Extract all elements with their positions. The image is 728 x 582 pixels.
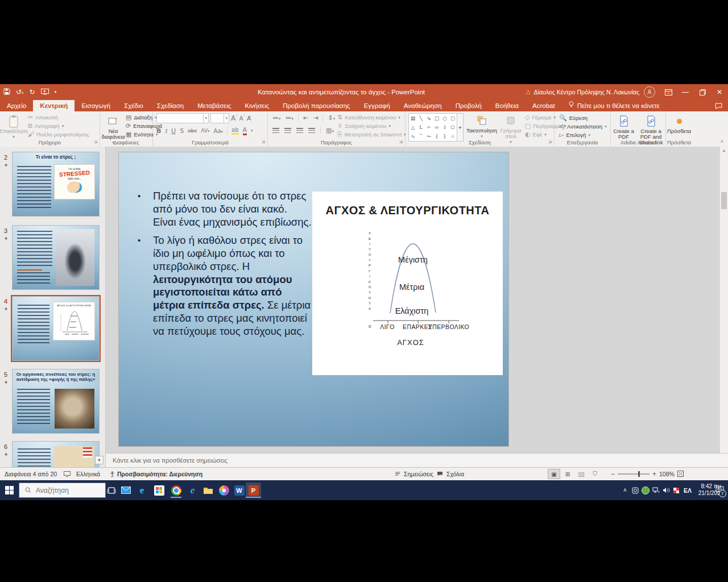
line-spacing-icon[interactable]: ⇕▾ — [328, 114, 335, 122]
tell-me-box[interactable]: Πείτε μου τι θέλετε να κάνετε — [562, 100, 667, 111]
thumbnail-slide-4[interactable]: ΑΓΧΟΣ & ΛΕΙΤΟΥΡΓΙΚΟΤΗΤΑ — [13, 297, 99, 360]
tab-help[interactable]: Βοήθεια — [489, 100, 526, 111]
grow-font-icon[interactable]: A˄ — [231, 114, 238, 122]
slide-canvas[interactable]: • Πρέπει να τονίσουμε ότι το στρες από μ… — [119, 152, 508, 446]
taskbar-search[interactable] — [19, 483, 106, 498]
bold-button[interactable]: B — [156, 127, 161, 135]
shrink-font-icon[interactable]: A˅ — [239, 115, 245, 122]
search-input[interactable] — [35, 486, 100, 495]
decrease-indent-icon[interactable]: ⇤ — [303, 114, 308, 122]
panel-scroll-down-button[interactable]: ▼ — [95, 456, 104, 464]
reading-view-button[interactable]: ▯▯ — [575, 469, 588, 479]
shadow-button[interactable]: S — [180, 127, 184, 135]
find-button[interactable]: 🔍Εύρεση — [559, 114, 607, 122]
normal-view-button[interactable]: ▣ — [548, 469, 560, 479]
font-color-caret[interactable]: ▾ — [251, 128, 253, 133]
tray-security-icon[interactable] — [671, 483, 681, 498]
tab-draw[interactable]: Σχέδιο — [117, 100, 150, 111]
paragraph-dialog-launcher[interactable]: ⇲ — [398, 139, 404, 145]
word-icon[interactable]: W — [231, 483, 247, 498]
paint3d-icon[interactable] — [216, 483, 231, 498]
internet-explorer-icon[interactable]: e — [185, 483, 200, 498]
thumbnail-slide-3[interactable] — [13, 226, 99, 289]
file-explorer-icon[interactable] — [200, 483, 216, 498]
tab-home[interactable]: Κεντρική — [33, 100, 75, 111]
cut-button[interactable]: ✂Αποκοπή — [28, 113, 89, 122]
thumbnail-slide-6[interactable] — [13, 442, 99, 467]
anxiety-performance-chart[interactable]: ΑΓΧΟΣ & ΛΕΙΤΟΥΡΓΙΚΟΤΗΤΑ ΛΕΙΤΟΥΡΓΙΚΟΤΗΤΑ … — [312, 192, 503, 375]
task-view-icon[interactable] — [104, 483, 119, 498]
tray-app-icon[interactable] — [630, 483, 640, 498]
mail-icon[interactable] — [118, 483, 134, 498]
text-direction-button[interactable]: ⇅Κατεύθυνση κειμένου▾ — [337, 113, 406, 122]
fit-to-window-icon[interactable] — [677, 471, 684, 478]
tray-chevron-icon[interactable]: ˄ — [620, 483, 630, 498]
save-icon[interactable] — [3, 88, 10, 96]
font-dialog-launcher[interactable]: ⇲ — [260, 139, 266, 145]
redo-icon[interactable]: ↻ — [30, 88, 35, 96]
edge-icon[interactable]: e — [134, 483, 150, 498]
notes-toggle[interactable]: Σημειώσεις — [395, 468, 433, 480]
bullets-icon[interactable]: ≔▾ — [272, 114, 281, 122]
select-button[interactable]: ▻Επιλογή▾ — [559, 131, 607, 139]
tab-transitions[interactable]: Μεταβάσεις — [191, 100, 238, 111]
replace-button[interactable]: ab̲Αντικατάσταση▾ — [559, 122, 607, 131]
zoom-level[interactable]: 108% — [659, 471, 675, 477]
scrollbar-thumb[interactable] — [721, 192, 727, 209]
feedback-icon[interactable] — [709, 100, 728, 111]
language-indicator[interactable]: Ελληνικά — [76, 468, 100, 480]
arrange-button[interactable]: Τακτοποίηση▾ — [467, 113, 497, 139]
slide-text-box[interactable]: • Πρέπει να τονίσουμε ότι το στρες από μ… — [138, 190, 313, 343]
font-color-button[interactable]: A — [243, 126, 247, 135]
tray-eco-icon[interactable] — [640, 483, 651, 498]
tab-design[interactable]: Σχεδίαση — [150, 100, 191, 111]
customize-qat-icon[interactable]: ▾ — [55, 90, 57, 94]
close-button[interactable]: ✕ — [711, 84, 728, 100]
increase-indent-icon[interactable]: ⇥ — [313, 114, 318, 122]
smartart-button[interactable]: ⎘Μετατροπή σε SmartArt▾ — [337, 130, 406, 139]
copy-button[interactable]: ⧉Αντιγραφή▾ — [28, 122, 89, 130]
ribbon-display-options-icon[interactable] — [660, 84, 677, 100]
align-left-icon[interactable] — [272, 128, 279, 133]
start-button[interactable] — [2, 483, 17, 498]
tab-acrobat[interactable]: Acrobat — [526, 100, 562, 111]
tab-slideshow[interactable]: Προβολή παρουσίασης — [276, 100, 357, 111]
collapse-ribbon-icon[interactable]: ˄ — [721, 139, 723, 144]
store-icon[interactable] — [151, 483, 167, 498]
zoom-slider[interactable] — [618, 473, 650, 475]
paste-button[interactable]: Επικόλληση ▾ — [2, 113, 26, 140]
start-slideshow-icon[interactable] — [41, 89, 49, 96]
warning-icon[interactable]: ⚠ — [526, 89, 531, 96]
powerpoint-icon[interactable]: P — [246, 483, 261, 498]
thumbnail-slide-5[interactable]: Οι οργανικές συνέπειες του στρες: η αντί… — [13, 369, 99, 433]
comments-toggle[interactable]: Σχόλια — [437, 468, 464, 480]
language-tray-indicator[interactable]: ΕΛ — [681, 483, 694, 498]
display-settings-icon[interactable] — [64, 468, 71, 480]
minimize-button[interactable]: — — [677, 84, 694, 100]
tab-view[interactable]: Προβολή — [449, 100, 489, 111]
tab-insert[interactable]: Εισαγωγή — [75, 100, 117, 111]
font-name-combo[interactable]: ▾ — [156, 113, 209, 123]
tab-file[interactable]: Αρχείο — [0, 100, 33, 111]
align-text-button[interactable]: ⇳Στοίχιση κειμένου▾ — [337, 122, 406, 130]
strikethrough-button[interactable]: abc — [188, 128, 197, 134]
restore-button[interactable] — [694, 84, 711, 100]
columns-icon[interactable]: ▥▾ — [326, 127, 334, 134]
highlight-color-button[interactable]: ab — [231, 127, 238, 135]
avatar[interactable] — [644, 86, 655, 98]
drawing-dialog-launcher[interactable]: ⇲ — [547, 139, 553, 145]
format-painter-button[interactable]: 🖌Πινέλο μορφοποίησης — [28, 130, 89, 139]
clipboard-dialog-launcher[interactable]: ⇲ — [93, 139, 98, 145]
tab-recording[interactable]: Εγγραφή — [357, 100, 397, 111]
zoom-out-button[interactable]: − — [611, 470, 615, 478]
justify-icon[interactable] — [308, 128, 315, 133]
numbering-icon[interactable]: ≕▾ — [286, 114, 294, 122]
italic-button[interactable]: I — [165, 127, 167, 134]
thumbnail-slide-2[interactable]: Τι είναι το στρες ; I'm a little STRESSE… — [13, 152, 99, 216]
font-size-combo[interactable]: ▾ — [210, 113, 229, 123]
accessibility-status[interactable]: Προσβασιμότητα: Διερεύνηση — [117, 468, 202, 480]
character-spacing-button[interactable]: AV▾ — [201, 128, 209, 134]
align-center-icon[interactable] — [284, 128, 291, 133]
tab-review[interactable]: Αναθεώρηση — [397, 100, 449, 111]
tab-animations[interactable]: Κινήσεις — [238, 100, 276, 111]
